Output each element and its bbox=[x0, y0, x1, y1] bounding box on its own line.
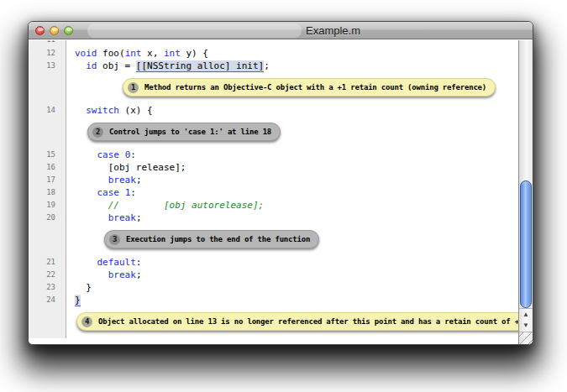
code-token: foo( bbox=[97, 48, 125, 59]
line-number bbox=[29, 117, 66, 149]
line-number: 14 bbox=[29, 104, 66, 117]
code-token: switch bbox=[86, 105, 119, 116]
scroll-down-button[interactable]: ▼ bbox=[519, 320, 533, 332]
analyzer-highlight: [[NSString alloc] init] bbox=[136, 60, 264, 72]
code-row: 24} bbox=[29, 294, 518, 306]
titlebar-inset bbox=[87, 24, 302, 38]
code-token bbox=[75, 269, 108, 280]
analyzer-highlight: } bbox=[75, 295, 81, 306]
bubble-text: Object allocated on line 13 is no longer… bbox=[98, 316, 518, 328]
code-token bbox=[75, 175, 108, 186]
bubble-number-badge: 4 bbox=[81, 316, 92, 327]
code-line[interactable]: void foo(int x, int y) { bbox=[66, 47, 518, 60]
code-line[interactable] bbox=[66, 40, 518, 47]
code-token: break bbox=[108, 269, 136, 280]
line-number: 17 bbox=[29, 174, 66, 186]
bubble-row: 3Execution jumps to the end of the funct… bbox=[29, 224, 518, 256]
code-line[interactable]: break; bbox=[66, 174, 518, 186]
code-line[interactable]: switch (x) { bbox=[66, 104, 518, 117]
title-bar[interactable]: Example.m bbox=[29, 22, 533, 39]
code-token: id bbox=[86, 60, 97, 71]
code-token bbox=[75, 149, 97, 160]
bubble-number-badge: 2 bbox=[92, 127, 103, 138]
line-number: 15 bbox=[29, 149, 66, 161]
scrollbar-track[interactable] bbox=[519, 40, 533, 308]
bubble-text: Control jumps to 'case 1:' at line 18 bbox=[109, 126, 271, 139]
code-line[interactable]: break; bbox=[66, 269, 518, 281]
code-token: : bbox=[130, 149, 136, 160]
scrollbar-thumb[interactable] bbox=[520, 180, 532, 308]
code-row: 16 [obj release]; bbox=[29, 161, 518, 174]
code-token: ; bbox=[136, 212, 142, 223]
code-line[interactable]: } bbox=[66, 281, 518, 294]
resize-grip-icon[interactable] bbox=[519, 332, 533, 344]
minimize-button[interactable] bbox=[50, 26, 59, 35]
line-number: 22 bbox=[29, 269, 66, 281]
code-row: 22 break; bbox=[29, 269, 518, 281]
code-line[interactable]: break; bbox=[66, 212, 518, 224]
close-button[interactable] bbox=[35, 26, 45, 35]
code-token bbox=[119, 187, 125, 198]
code-line[interactable]: default: bbox=[66, 256, 518, 269]
code-row: 18 case 1: bbox=[29, 186, 518, 199]
code-row: 13 id obj = [[NSString alloc] init]; bbox=[29, 60, 518, 72]
code-token: void bbox=[75, 48, 97, 59]
scroll-up-button[interactable]: ▲ bbox=[519, 308, 533, 320]
window-content: 1112void foo(int x, int y) {13 id obj = … bbox=[29, 40, 533, 344]
code-line[interactable]: // [obj autorelease]; bbox=[66, 199, 518, 212]
analyzer-bubble-2[interactable]: 2Control jumps to 'case 1:' at line 18 bbox=[87, 123, 281, 141]
vertical-scrollbar[interactable]: ▲ ▼ bbox=[518, 40, 533, 344]
line-number: 18 bbox=[29, 186, 66, 199]
analyzer-bubble-4[interactable]: 4Object allocated on line 13 is no longe… bbox=[76, 312, 518, 331]
code-row-partial: 11 bbox=[29, 40, 518, 47]
code-line[interactable]: } bbox=[66, 294, 518, 306]
analyzer-bubble-3[interactable]: 3Execution jumps to the end of the funct… bbox=[104, 230, 319, 248]
bubble-row: 4Object allocated on line 13 is no longe… bbox=[29, 306, 518, 338]
bubble-number-badge: 3 bbox=[109, 234, 120, 245]
code-token: ; bbox=[136, 175, 142, 186]
code-token: break bbox=[108, 175, 136, 186]
code-row: 14 switch (x) { bbox=[29, 104, 518, 117]
code-token: : bbox=[136, 257, 142, 268]
bubble-cell: 3Execution jumps to the end of the funct… bbox=[66, 224, 518, 256]
window-example-m: Example.m 1112void foo(int x, int y) {13… bbox=[28, 21, 533, 345]
line-number: 19 bbox=[29, 199, 66, 212]
analyzer-bubble-1[interactable]: 1Method returns an Objective-C object wi… bbox=[123, 78, 496, 97]
code-token bbox=[75, 212, 108, 223]
code-token: int bbox=[164, 48, 181, 59]
line-number: 13 bbox=[29, 60, 66, 72]
window-title: Example.m bbox=[306, 22, 360, 39]
code-token: // [obj autorelease]; bbox=[75, 200, 264, 211]
code-row: 15 case 0: bbox=[29, 149, 518, 161]
bubble-row: 1Method returns an Objective-C object wi… bbox=[29, 72, 518, 104]
code-line[interactable]: id obj = [[NSString alloc] init]; bbox=[66, 60, 518, 72]
up-arrow-icon: ▲ bbox=[522, 311, 529, 318]
line-number bbox=[29, 306, 66, 338]
code-line[interactable]: case 1: bbox=[66, 186, 518, 199]
code-token bbox=[119, 149, 125, 160]
code-token: x, bbox=[142, 48, 165, 59]
code-token: [obj release]; bbox=[75, 162, 186, 173]
code-editor[interactable]: 1112void foo(int x, int y) {13 id obj = … bbox=[29, 40, 518, 344]
code-token: } bbox=[75, 282, 92, 293]
code-token bbox=[75, 105, 86, 116]
code-token bbox=[75, 187, 97, 198]
code-token: case bbox=[97, 187, 120, 198]
bubble-number-badge: 1 bbox=[128, 82, 139, 93]
bubble-cell: 1Method returns an Objective-C object wi… bbox=[66, 72, 518, 104]
line-number bbox=[29, 224, 66, 256]
zoom-button[interactable] bbox=[64, 26, 73, 35]
code-token: ; bbox=[136, 269, 142, 280]
code-row: 21 default: bbox=[29, 256, 518, 269]
code-line[interactable]: [obj release]; bbox=[66, 161, 518, 174]
code-token: default bbox=[97, 257, 136, 268]
bubble-text: Method returns an Objective-C object wit… bbox=[144, 81, 486, 94]
code-line[interactable]: case 0: bbox=[66, 149, 518, 161]
code-token bbox=[75, 60, 86, 71]
code-row: 20 break; bbox=[29, 212, 518, 224]
line-number: 24 bbox=[29, 294, 66, 306]
line-number: 21 bbox=[29, 256, 66, 269]
line-number: 23 bbox=[29, 281, 66, 294]
bubble-text: Execution jumps to the end of the functi… bbox=[126, 233, 310, 246]
code-token bbox=[75, 257, 97, 268]
